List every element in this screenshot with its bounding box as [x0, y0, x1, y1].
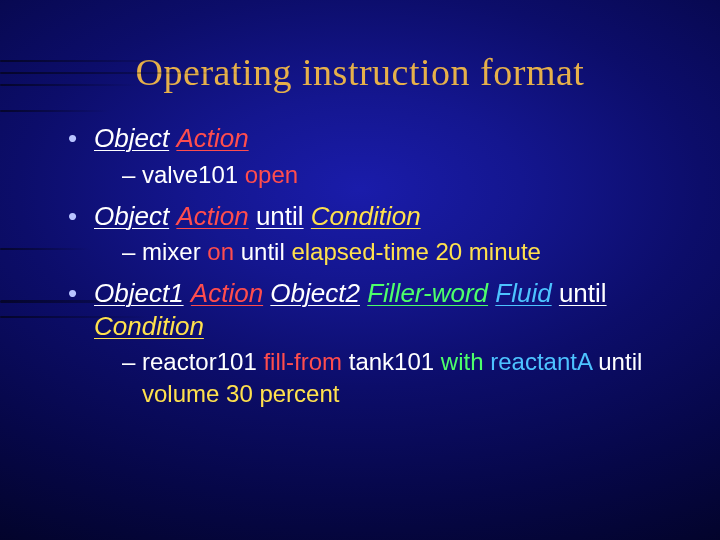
bullet-1-ex-action: open: [245, 161, 298, 188]
bullet-2-ex-condition: elapsed-time 20 minute: [291, 238, 540, 265]
bullet-3-ex-action: fill-from: [263, 348, 342, 375]
bullet-2-ex-action: on: [207, 238, 234, 265]
bullet-3-ex-object2: tank101: [349, 348, 434, 375]
bullet-3-ex-condition: volume 30 percent: [142, 380, 339, 407]
bullet-3-object2: Object2: [270, 278, 360, 308]
bullet-3-action: Action: [191, 278, 263, 308]
bullet-1-sub: valve101 open: [94, 159, 680, 190]
bullet-list: Object Action valve101 open Object Actio…: [40, 122, 680, 409]
slide-title: Operating instruction format: [40, 50, 680, 94]
bullet-3-ex-until: until: [598, 348, 642, 375]
bullet-2-object: Object: [94, 201, 169, 231]
bullet-3-sub: reactor101 fill-from tank101 with reacta…: [94, 346, 680, 408]
bullet-1-ex-object: valve101: [142, 161, 238, 188]
bullet-2-ex-object: mixer: [142, 238, 201, 265]
bullet-3: Object1 Action Object2 Filler-word Fluid…: [68, 277, 680, 408]
bullet-3-until: until: [559, 278, 607, 308]
bullet-2-action: Action: [176, 201, 248, 231]
bullet-3-example: reactor101 fill-from tank101 with reacta…: [122, 346, 680, 408]
bullet-3-condition: Condition: [94, 311, 204, 341]
bullet-2-ex-until: until: [241, 238, 285, 265]
bullet-1: Object Action valve101 open: [68, 122, 680, 190]
bullet-1-object: Object: [94, 123, 169, 153]
bullet-1-example: valve101 open: [122, 159, 680, 190]
bullet-3-ex-fluid: reactantA: [490, 348, 591, 375]
bullet-1-action: Action: [176, 123, 248, 153]
slide: Operating instruction format Object Acti…: [0, 0, 720, 540]
bullet-2-until: until: [256, 201, 304, 231]
bullet-3-filler: Filler-word: [367, 278, 488, 308]
bullet-3-object1: Object1: [94, 278, 184, 308]
bullet-2-sub: mixer on until elapsed-time 20 minute: [94, 236, 680, 267]
bullet-2-condition: Condition: [311, 201, 421, 231]
bullet-2: Object Action until Condition mixer on u…: [68, 200, 680, 268]
bullet-2-example: mixer on until elapsed-time 20 minute: [122, 236, 680, 267]
bullet-3-ex-filler: with: [441, 348, 484, 375]
bullet-3-ex-object1: reactor101: [142, 348, 257, 375]
bullet-3-fluid: Fluid: [495, 278, 551, 308]
